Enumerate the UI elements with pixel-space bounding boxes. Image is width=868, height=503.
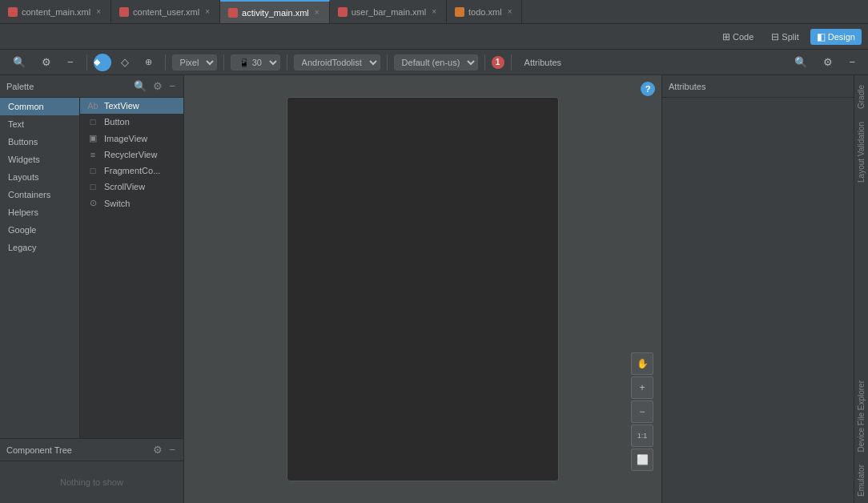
code-icon: ⊞ (722, 31, 730, 42)
attributes-title-toolbar: Attributes (524, 58, 561, 67)
tab-bar: content_main.xml × content_user.xml × ac… (0, 0, 868, 24)
widget-button[interactable]: □ Button (80, 114, 183, 130)
zoom-in-button[interactable]: + (631, 376, 653, 399)
tree-header: Component Tree ⚙ − (0, 439, 183, 461)
imageview-icon: ▣ (86, 133, 99, 143)
widget-recyclerview[interactable]: ≡ RecyclerView (80, 147, 183, 163)
palette: Palette 🔍 ⚙ − Common Text Buttons (0, 75, 184, 438)
blueprint-button[interactable]: ◇ (115, 54, 135, 70)
tab-close-activity-main[interactable]: × (313, 8, 321, 17)
error-badge[interactable]: 1 (492, 56, 504, 69)
api-select[interactable]: 📱 30 (231, 54, 280, 70)
right-tab-emulator[interactable]: Emulator (855, 458, 867, 503)
tab-icon-content-main (8, 7, 18, 17)
attributes-panel: Attributes (661, 75, 854, 503)
tree-body: Nothing to show (0, 461, 183, 503)
toolbar-divider-5 (387, 54, 388, 70)
tree-title: Component Tree (6, 445, 148, 455)
tab-todo[interactable]: todo.xml × (447, 0, 522, 23)
canvas-phone (287, 97, 559, 481)
widget-scrollview[interactable]: □ ScrollView (80, 179, 183, 195)
attributes-search-button[interactable]: 🔍 (788, 54, 814, 70)
info-icon[interactable]: ? (641, 82, 655, 96)
tab-close-todo[interactable]: × (506, 7, 514, 16)
palette-search-button[interactable]: 🔍 (6, 54, 32, 70)
fit-button[interactable]: ⬜ (631, 449, 653, 471)
palette-settings-button[interactable]: ⚙ (35, 54, 58, 70)
tab-label-todo: todo.xml (468, 7, 502, 17)
tab-close-content-user[interactable]: × (203, 7, 211, 16)
tab-content-main[interactable]: content_main.xml × (0, 0, 111, 23)
canvas[interactable]: ⊤ ⊤ ? ✋ + − 1:1 (184, 75, 661, 503)
palette-search-icon-btn[interactable]: 🔍 (132, 78, 148, 94)
palette-minimize-icon-btn[interactable]: − (167, 78, 177, 94)
device-select[interactable]: Pixel (172, 54, 217, 70)
tab-icon-content-user (119, 7, 129, 17)
component-tree: Component Tree ⚙ − Nothing to show (0, 438, 184, 503)
right-tab-layout-validation[interactable]: Layout Validation (855, 115, 867, 189)
category-common[interactable]: Common (0, 98, 79, 115)
app-select[interactable]: AndroidTodolist (294, 54, 380, 70)
both-mode-button[interactable]: ⊕ (139, 54, 159, 70)
recyclerview-icon: ≡ (86, 150, 99, 159)
tab-icon-todo (455, 7, 464, 17)
zoom-reset-button[interactable]: 1:1 (631, 425, 653, 447)
right-tab-gradle[interactable]: Gradle (855, 78, 867, 115)
design-button[interactable]: ◧ Design (810, 29, 862, 45)
category-helpers[interactable]: Helpers (0, 203, 79, 221)
category-legacy[interactable]: Legacy (0, 239, 79, 256)
category-layouts[interactable]: Layouts (0, 168, 79, 186)
attributes-panel-title: Attributes (669, 82, 847, 91)
category-text[interactable]: Text (0, 115, 79, 133)
category-buttons[interactable]: Buttons (0, 133, 79, 151)
tab-label-user-bar-main: user_bar_main.xml (352, 7, 427, 17)
attributes-header: Attributes (662, 75, 854, 98)
zoom-out-button[interactable]: − (631, 400, 653, 423)
design-icon: ◧ (817, 31, 826, 42)
tab-label-content-user: content_user.xml (133, 7, 199, 17)
widget-textview[interactable]: Ab TextView (80, 98, 183, 114)
tab-icon-user-bar-main (338, 7, 348, 17)
locale-select[interactable]: Default (en-us) (394, 54, 478, 70)
tab-icon-activity-main (228, 8, 238, 18)
palette-close-button[interactable]: − (61, 54, 80, 70)
tab-label-activity-main: activity_main.xml (242, 8, 309, 18)
hand-tool-button[interactable]: ✋ (631, 352, 653, 375)
widget-switch[interactable]: ⊙ Switch (80, 195, 183, 211)
category-list: Common Text Buttons Widgets Layouts (0, 98, 80, 438)
right-tab-device-file-explorer[interactable]: Device File Explorer (855, 374, 867, 458)
attributes-settings-button[interactable]: ⚙ (817, 54, 839, 70)
category-widgets[interactable]: Widgets (0, 151, 79, 168)
widget-imageview[interactable]: ▣ ImageView (80, 130, 183, 147)
tree-empty-message: Nothing to show (60, 477, 123, 487)
design-mode-button[interactable]: ◆ (94, 54, 111, 71)
palette-gear-icon-btn[interactable]: ⚙ (151, 78, 164, 94)
tab-user-bar-main[interactable]: user_bar_main.xml × (330, 0, 447, 23)
secondary-toolbar: 🔍 ⚙ − ◆ ◇ ⊕ Pixel 📱 30 AndroidTodolist D… (0, 50, 868, 75)
category-google[interactable]: Google (0, 221, 79, 239)
canvas-area: ⊤ ⊤ ? ✋ + − 1:1 (184, 75, 661, 503)
palette-title: Palette (6, 82, 129, 91)
attributes-close-button[interactable]: − (842, 54, 862, 70)
category-containers[interactable]: Containers (0, 186, 79, 203)
widget-fragmentco[interactable]: □ FragmentCo... (80, 163, 183, 179)
toolbar-divider-6 (484, 54, 485, 70)
toolbar-divider-7 (511, 54, 512, 70)
textview-icon: Ab (86, 101, 99, 111)
tab-close-content-main[interactable]: × (94, 7, 102, 16)
right-sidebar: Gradle Layout Validation Device File Exp… (854, 75, 868, 503)
fragmentco-icon: □ (86, 166, 99, 175)
tab-activity-main[interactable]: activity_main.xml × (220, 0, 330, 23)
toolbar-divider-1 (86, 54, 87, 70)
main-content: Palette 🔍 ⚙ − Common Text Buttons (0, 75, 868, 503)
code-button[interactable]: ⊞ Code (716, 29, 760, 45)
palette-body: Common Text Buttons Widgets Layouts (0, 98, 183, 438)
tab-content-user[interactable]: content_user.xml × (111, 0, 220, 23)
split-button[interactable]: ⊟ Split (765, 29, 805, 45)
tree-settings-btn[interactable]: ⚙ (151, 442, 164, 457)
split-icon: ⊟ (771, 31, 779, 42)
canvas-tools: ✋ + − 1:1 ⬜ (631, 352, 653, 471)
scrollview-icon: □ (86, 182, 99, 191)
tree-minimize-btn[interactable]: − (167, 442, 177, 457)
tab-close-user-bar-main[interactable]: × (430, 7, 438, 16)
